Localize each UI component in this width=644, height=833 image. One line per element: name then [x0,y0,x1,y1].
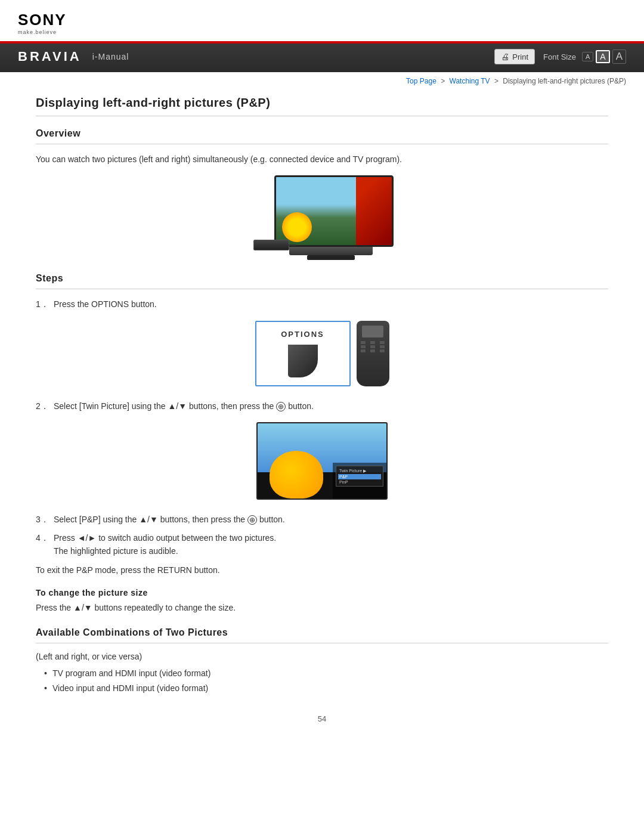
sony-logo: SONY make.believe [18,11,626,35]
print-label: Print [512,52,528,61]
tv-screen-left-panel [276,177,356,245]
options-label: OPTIONS [281,330,324,339]
font-size-controls: A A A [582,49,626,64]
step-2-text: Select [Twin Picture] using the ▲/▼ butt… [54,400,608,413]
remote-control [357,321,389,386]
twin-picture-illustration: Twin Picture ▶ P&P PinP [36,422,608,500]
steps-list-2: 2． Select [Twin Picture] using the ▲/▼ b… [36,400,608,413]
tv-stand [289,247,373,255]
page-title: Displaying left-and-right pictures (P&P) [36,96,608,116]
options-key-shape [288,345,318,377]
breadcrumb-top-page[interactable]: Top Page [406,77,436,85]
step-3-text: Select [P&P] using the ▲/▼ buttons, then… [54,513,608,526]
change-size-heading: To change the picture size [36,588,608,597]
sony-brand: SONY [18,11,67,29]
step-4-text: Press ◄/► to switch audio output between… [54,531,608,558]
breadcrumb-watching-tv[interactable]: Watching TV [450,77,490,85]
step-1: 1． Press the OPTIONS button. [36,298,608,311]
twin-pic-screen: Twin Picture ▶ P&P PinP [256,422,388,500]
combo-item-1: TV program and HDMI input (video format) [44,666,608,681]
font-size-medium-button[interactable]: A [596,50,609,63]
breadcrumb: Top Page > Watching TV > Displaying left… [0,72,644,90]
available-heading: Available Combinations of Two Pictures [36,627,608,643]
step-3-arrows: ▲/▼ [139,515,158,524]
step-2: 2． Select [Twin Picture] using the ▲/▼ b… [36,400,608,413]
breadcrumb-current-page: Displaying left-and-right pictures (P&P) [503,77,626,85]
step-2-prefix: Select [Twin Picture] using the [54,401,168,411]
twin-flower [270,451,323,498]
tv-with-device [253,175,391,260]
header-red-accent [0,41,644,44]
change-size-arrows: ▲/▼ [73,603,92,612]
twin-menu-item-3: PinP [338,479,381,485]
bravia-logo: BRAVIA [18,49,82,64]
remote-buttons [357,340,389,354]
font-size-small-button[interactable]: A [582,52,593,61]
available-combinations-section: Available Combinations of Two Pictures (… [36,627,608,696]
remote-btn-4 [361,345,366,348]
step-2-arrows: ▲/▼ [168,401,187,411]
remote-btn-1 [361,341,366,344]
step-3-circle-icon: ⊕ [247,515,257,525]
step-4-number: 4． [36,531,54,558]
step-3-number: 3． [36,513,54,526]
font-size-label: Font Size [543,52,576,61]
step-3: 3． Select [P&P] using the ▲/▼ buttons, t… [36,513,608,526]
step-4: 4． Press ◄/► to switch audio output betw… [36,531,608,558]
remote-wrapper [357,321,389,386]
print-button[interactable]: 🖨 Print [494,49,535,64]
remote-btn-3 [380,341,385,344]
manual-type-label: i-Manual [92,52,129,61]
step-4-arrows: ◄/► [78,533,97,543]
step-4-middle: to switch audio output between the two p… [96,533,276,543]
options-illustration: OPTIONS [36,321,608,386]
step-4-prefix: Press [54,533,78,543]
page-number: 54 [36,714,608,735]
tv-screen-right-panel [356,177,392,245]
sony-tagline: make.believe [18,29,57,35]
options-box: OPTIONS [255,321,351,386]
logo-area: SONY make.believe [0,0,644,41]
print-icon: 🖨 [501,52,509,61]
twin-menu-overlay: Twin Picture ▶ P&P PinP [336,466,383,487]
content-area: Displaying left-and-right pictures (P&P)… [0,90,644,759]
step-1-text: Press the OPTIONS button. [54,298,608,311]
external-device [253,240,289,250]
remote-btn-9 [380,349,385,352]
combo-item-2: Video input and HDMI input (video format… [44,681,608,696]
remote-btn-5 [370,345,375,348]
step-2-middle: buttons, then press the [187,401,276,411]
tv-base [307,255,355,260]
step-3-middle: buttons, then press the [158,515,247,524]
remote-btn-6 [380,345,385,348]
twin-menu-item-1: Twin Picture ▶ [338,468,381,474]
steps-heading: Steps [36,273,608,289]
cable [288,244,296,246]
step-3-suffix: button. [257,515,285,524]
remote-screen [362,326,383,337]
change-size-text: Press the ▲/▼ buttons repeatedly to chan… [36,601,608,614]
tv-screen [274,175,394,247]
exit-note: To exit the P&P mode, press the RETURN b… [36,563,608,577]
step-2-number: 2． [36,400,54,413]
steps-list: 1． Press the OPTIONS button. [36,298,608,311]
twin-menu-item-2: P&P [338,474,381,479]
circle-plus-icon: ⊕ [276,402,286,411]
step-1-number: 1． [36,298,54,311]
header-bar: BRAVIA i-Manual 🖨 Print Font Size A A A [0,41,644,72]
overview-heading: Overview [36,128,608,144]
step-2-suffix: button. [286,401,314,411]
tv-illustration [253,175,391,260]
step-3-prefix: Select [P&P] using the [54,515,139,524]
step-4-note: The highlighted picture is audible. [54,546,178,556]
remote-btn-7 [361,349,366,352]
header-controls: 🖨 Print Font Size A A A [494,49,626,64]
font-size-large-button[interactable]: A [612,49,626,64]
overview-text: You can watch two pictures (left and rig… [36,153,608,166]
sunflower-decoration [282,212,312,242]
left-right-note: (Left and right, or vice versa) [36,652,608,661]
change-size-prefix: Press the [36,603,73,612]
overview-illustration [36,175,608,260]
combinations-list: TV program and HDMI input (video format)… [44,666,608,696]
steps-list-3: 3． Select [P&P] using the ▲/▼ buttons, t… [36,513,608,558]
